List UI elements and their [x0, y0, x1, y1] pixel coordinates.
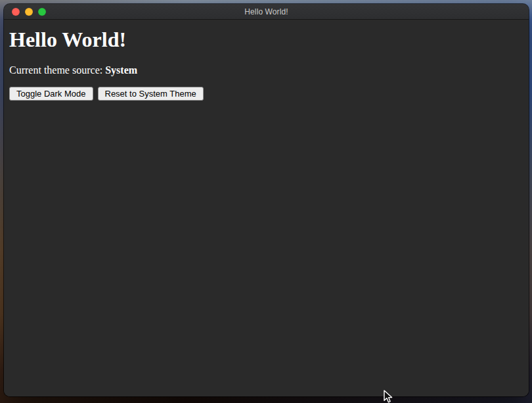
zoom-button[interactable]: [38, 8, 46, 16]
traffic-lights: [12, 4, 46, 19]
window-content: Hello World! Current theme source: Syste…: [4, 28, 529, 396]
minimize-button[interactable]: [25, 8, 33, 16]
page-body: Hello World! Current theme source: Syste…: [9, 28, 523, 101]
app-window: Hello World! Hello World! Current theme …: [4, 4, 529, 396]
toggle-dark-mode-button[interactable]: Toggle Dark Mode: [9, 87, 93, 101]
theme-source-text: Current theme source: System: [9, 64, 523, 76]
page-title: Hello World!: [9, 28, 523, 52]
close-button[interactable]: [12, 8, 20, 16]
reset-to-system-theme-button[interactable]: Reset to System Theme: [98, 87, 204, 101]
desktop: { "colors": { "window_background": "#2a2…: [0, 0, 532, 403]
titlebar[interactable]: Hello World!: [4, 4, 529, 20]
button-row: Toggle Dark Mode Reset to System Theme: [9, 87, 523, 101]
theme-source-value: System: [105, 64, 137, 76]
window-title: Hello World!: [244, 7, 288, 16]
theme-source-label: Current theme source:: [9, 64, 105, 76]
